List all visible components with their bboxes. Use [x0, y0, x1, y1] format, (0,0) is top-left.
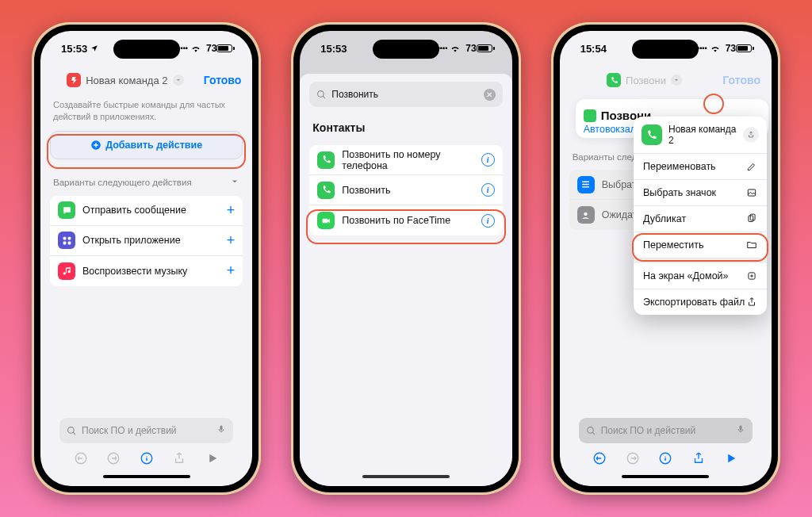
info-button[interactable]: [136, 447, 158, 469]
shortcuts-app-icon: [67, 73, 81, 87]
shortcut-title-text: Новая команда 2: [86, 75, 167, 86]
share-button[interactable]: [168, 447, 190, 469]
menu-item-add-to-home[interactable]: На экран «Домой»: [634, 263, 767, 289]
redo-button[interactable]: [102, 447, 124, 469]
shortcut-title[interactable]: Новая команда 2: [67, 73, 183, 87]
play-button[interactable]: [720, 447, 742, 469]
search-icon: [586, 426, 596, 436]
svg-point-12: [584, 212, 587, 215]
bottom-toolbar: [59, 443, 233, 473]
info-icon[interactable]: i: [481, 214, 495, 228]
suggested-actions-list: Отправить сообщение + Открыть приложение…: [50, 196, 243, 286]
play-button[interactable]: [201, 447, 224, 469]
nav-header: Позвони Готово: [560, 66, 772, 94]
undo-button[interactable]: [588, 447, 611, 469]
svg-rect-6: [220, 426, 223, 431]
dynamic-island: [113, 40, 180, 59]
search-field[interactable]: Поиск ПО и действий: [59, 418, 233, 443]
action-row[interactable]: Позвонить i: [309, 175, 502, 205]
home-indicator[interactable]: [103, 475, 190, 478]
row-label: Позвонить: [342, 185, 473, 196]
plus-icon[interactable]: +: [227, 262, 236, 279]
svg-point-5: [68, 427, 75, 433]
pencil-icon: [746, 161, 757, 172]
redo-button[interactable]: [622, 447, 644, 469]
done-button[interactable]: Готово: [722, 74, 760, 86]
suggested-action-row[interactable]: Отправить сообщение +: [50, 196, 243, 226]
home-indicator[interactable]: [622, 475, 709, 478]
phone-icon: [317, 182, 335, 199]
phone-app-icon: [607, 73, 621, 87]
plus-icon[interactable]: +: [227, 202, 236, 219]
info-icon[interactable]: i: [481, 153, 495, 167]
image-icon: [746, 187, 757, 198]
phone-2: 15:53 •••• 73 Позвонить ✕ Контакты Позво…: [291, 22, 520, 495]
mic-icon[interactable]: [216, 423, 226, 438]
phone-icon: [642, 124, 662, 145]
menu-icon: [577, 176, 595, 193]
suggested-action-row[interactable]: Открыть приложение +: [50, 226, 243, 256]
phone-icon: [317, 151, 335, 169]
shortcut-options-popover: Новая команда 2 Переименовать Выбрать зн…: [634, 117, 767, 315]
action-row[interactable]: Позвонить по номеру телефона i: [309, 145, 502, 175]
location-icon: [90, 43, 98, 55]
phone-1: 15:53 •••• 73 Новая команда 2 Готово Соз…: [32, 22, 261, 495]
menu-item-rename[interactable]: Переименовать: [634, 154, 767, 180]
action-row[interactable]: Позвонить по FaceTime i: [309, 205, 502, 236]
menu-item-export[interactable]: Экспортировать файл: [634, 289, 767, 315]
undo-button[interactable]: [70, 447, 92, 469]
popover-title: Новая команда 2: [668, 124, 737, 146]
battery-icon: 73: [723, 43, 754, 54]
search-icon: [67, 426, 77, 436]
search-value: Позвонить: [331, 89, 478, 100]
home-indicator[interactable]: [362, 475, 450, 478]
info-icon[interactable]: i: [481, 183, 495, 197]
menu-item-duplicate[interactable]: Дубликат: [634, 206, 767, 232]
suggested-action-row[interactable]: Воспроизвести музыку +: [50, 256, 243, 286]
mic-icon[interactable]: [736, 423, 745, 438]
row-label: Позвонить по FaceTime: [342, 215, 473, 226]
search-field[interactable]: Позвонить ✕: [309, 82, 502, 107]
wifi-icon: [710, 43, 721, 55]
duplicate-icon: [746, 213, 757, 224]
add-action-button[interactable]: Добавить действие: [50, 131, 243, 159]
search-icon: [316, 90, 327, 100]
popover-header: Новая команда 2: [634, 117, 767, 154]
plus-circle-icon: [90, 140, 102, 151]
done-button[interactable]: Готово: [204, 74, 242, 86]
add-action-label: Добавить действие: [105, 140, 202, 151]
next-actions-header[interactable]: Варианты следующего действия: [50, 166, 243, 190]
wifi-icon: [190, 43, 201, 55]
bottom-toolbar: [579, 443, 753, 473]
share-icon[interactable]: [743, 127, 759, 143]
menu-item-move[interactable]: Переместить: [634, 232, 767, 258]
app-grid-icon: [58, 232, 75, 249]
clear-icon[interactable]: ✕: [484, 89, 496, 101]
search-field[interactable]: Поиск ПО и действий: [579, 418, 753, 443]
menu-item-choose-icon[interactable]: Выбрать значок: [634, 180, 767, 206]
chevron-down-icon: [230, 177, 239, 188]
add-to-home-icon: [746, 270, 757, 281]
shortcut-title[interactable]: Позвони: [607, 73, 682, 87]
row-label: Открыть приложение: [82, 235, 220, 246]
info-button[interactable]: [654, 447, 676, 469]
status-time: 15:53: [320, 43, 347, 55]
svg-rect-2: [67, 236, 71, 239]
svg-rect-11: [322, 218, 327, 222]
export-icon: [746, 297, 757, 308]
chevron-down-icon[interactable]: [671, 75, 682, 86]
row-label: Отправить сообщение: [82, 205, 220, 216]
battery-icon: 73: [204, 43, 235, 54]
chevron-down-icon[interactable]: [173, 75, 184, 86]
svg-point-13: [587, 427, 593, 433]
dynamic-island: [373, 40, 439, 59]
plus-icon[interactable]: +: [227, 232, 236, 249]
facetime-icon: [317, 212, 335, 229]
search-placeholder: Поиск ПО и действий: [601, 425, 731, 436]
row-label: Позвонить по номеру телефона: [342, 149, 473, 171]
share-button[interactable]: [688, 447, 710, 469]
shortcut-title-text: Позвони: [626, 75, 666, 86]
svg-rect-20: [750, 214, 755, 220]
status-time: 15:54: [580, 43, 607, 55]
svg-rect-4: [67, 241, 71, 244]
